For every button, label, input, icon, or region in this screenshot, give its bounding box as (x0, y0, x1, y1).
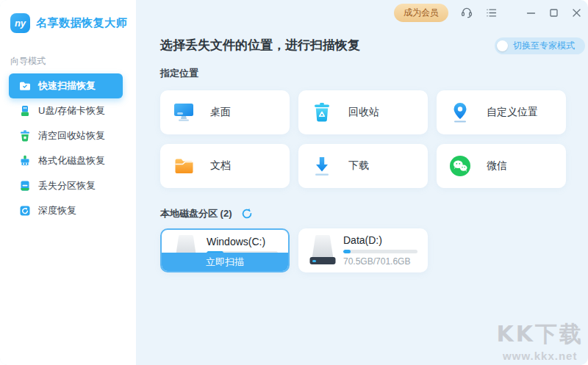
scan-now-button[interactable]: 立即扫描 (162, 253, 288, 271)
app-title: 名享数据恢复大师 (36, 16, 127, 30)
sidebar-item-label: 深度恢复 (38, 204, 76, 217)
deep-scan-icon (19, 205, 31, 217)
location-pin-icon (448, 102, 472, 123)
watermark-title: KK下载 (497, 319, 584, 350)
location-card-wechat[interactable]: 微信 (437, 144, 566, 188)
location-card-label: 微信 (487, 159, 507, 173)
app-logo: ny 名享数据恢复大师 (0, 0, 136, 33)
location-card-documents[interactable]: 文档 (160, 144, 290, 188)
format-brush-icon (19, 155, 31, 167)
sidebar: ny 名享数据恢复大师 向导模式 快速扫描恢复 U盘/存储卡恢复 (0, 0, 136, 365)
sidebar-item-format-recovery[interactable]: 格式化磁盘恢复 (9, 148, 123, 173)
maximize-icon[interactable] (548, 7, 559, 18)
minimize-icon[interactable] (526, 7, 537, 18)
sidebar-item-quick-scan[interactable]: 快速扫描恢复 (9, 73, 123, 98)
partition-disk-icon (19, 180, 31, 192)
watermark-url: www.kkx.net (497, 350, 584, 362)
sidebar-item-deep-recovery[interactable]: 深度恢复 (9, 198, 123, 223)
become-member-button[interactable]: 成为会员 (394, 4, 448, 22)
sidebar-nav: 快速扫描恢复 U盘/存储卡恢复 清空回收站恢复 格式化磁盘恢复 (0, 73, 136, 223)
sidebar-item-label: 格式化磁盘恢复 (38, 154, 105, 167)
disk-usage-bar (343, 250, 417, 253)
location-card-label: 下载 (348, 159, 369, 173)
toggle-knob-icon (497, 40, 508, 51)
watermark: KK下载 www.kkx.net (497, 319, 584, 362)
menu-list-icon[interactable] (485, 7, 498, 19)
location-card-downloads[interactable]: 下载 (298, 144, 428, 188)
wechat-icon (448, 155, 472, 177)
sidebar-item-label: U盘/存储卡恢复 (38, 104, 105, 118)
sidebar-item-label: 快速扫描恢复 (38, 79, 96, 93)
sidebar-section-label: 向导模式 (10, 55, 136, 68)
hard-drive-icon (308, 234, 337, 267)
folder-scan-icon (19, 80, 31, 92)
expert-mode-toggle[interactable]: 切换至专家模式 (495, 37, 585, 54)
recycle-bin-icon (310, 103, 334, 123)
location-card-custom-location[interactable]: 自定义位置 (437, 90, 566, 134)
disk-name: Windows(C:) (207, 236, 278, 247)
location-cards: 桌面 回收站 自定义位置 (160, 90, 566, 188)
disk-card-data-d[interactable]: Data(D:) 70.5GB/701.6GB (298, 228, 428, 272)
documents-folder-icon (172, 158, 196, 175)
content: 选择丢失文件的位置，进行扫描恢复 切换至专家模式 指定位置 桌面 (136, 37, 588, 272)
main-area: 成为会员 选择丢失文件的位置，进行扫描恢复 (136, 0, 588, 365)
location-card-label: 自定义位置 (487, 106, 538, 119)
expert-mode-label: 切换至专家模式 (513, 40, 575, 52)
download-icon (310, 156, 334, 176)
desktop-icon (172, 103, 196, 122)
sidebar-item-recycle-recovery[interactable]: 清空回收站恢复 (9, 123, 123, 148)
location-card-recycle-bin[interactable]: 回收站 (298, 90, 428, 134)
disk-cards: Windows(C:) 立即扫描 Data(D:) 70.5GB/701.6GB (160, 228, 566, 272)
usb-drive-icon (19, 105, 31, 117)
refresh-icon[interactable] (241, 208, 253, 220)
disk-usage-text: 70.5GB/701.6GB (343, 256, 417, 267)
sidebar-item-label: 清空回收站恢复 (38, 129, 105, 142)
sidebar-item-partition-recovery[interactable]: 丢失分区恢复 (9, 173, 123, 198)
titlebar: 成为会员 (136, 0, 588, 25)
disk-name: Data(D:) (343, 235, 417, 246)
location-card-desktop[interactable]: 桌面 (160, 90, 290, 134)
close-icon[interactable] (571, 7, 582, 18)
location-card-label: 回收站 (348, 106, 379, 119)
location-card-label: 桌面 (210, 106, 231, 119)
location-card-label: 文档 (210, 159, 231, 173)
sidebar-item-label: 丢失分区恢复 (38, 179, 96, 192)
trash-icon (19, 130, 31, 142)
app-window: ny 名享数据恢复大师 向导模式 快速扫描恢复 U盘/存储卡恢复 (0, 0, 588, 365)
partitions-section-label: 本地磁盘分区 (2) (160, 207, 232, 220)
locations-section-label: 指定位置 (160, 67, 566, 80)
sidebar-item-usb-recovery[interactable]: U盘/存储卡恢复 (9, 98, 123, 123)
disk-card-windows-c[interactable]: Windows(C:) 立即扫描 (160, 228, 290, 272)
customer-service-icon[interactable] (460, 6, 473, 19)
app-logo-icon: ny (10, 13, 30, 33)
